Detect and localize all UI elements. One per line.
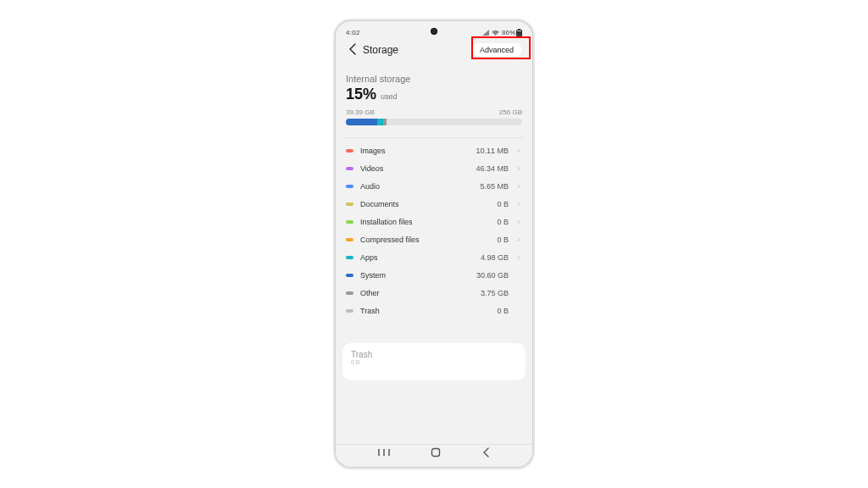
category-row: System30.60 GB›	[346, 266, 522, 284]
category-value: 0 B	[497, 218, 509, 226]
signal-icon	[482, 30, 489, 36]
usage-bar-seg-system	[346, 119, 377, 125]
home-button[interactable]	[431, 447, 441, 459]
category-label: Trash	[360, 307, 380, 315]
header-bar: Storage Advanced	[346, 38, 522, 62]
category-label: Images	[360, 147, 386, 155]
wifi-icon	[492, 30, 499, 36]
category-label: Compressed files	[360, 236, 420, 244]
recents-button[interactable]	[378, 448, 390, 458]
category-value: 30.60 GB	[476, 271, 509, 280]
category-value: 5.65 MB	[480, 182, 509, 191]
category-label: Audio	[360, 182, 380, 191]
category-value: 46.34 MB	[476, 164, 509, 173]
chevron-left-icon	[348, 43, 356, 55]
chevron-right-icon: ›	[515, 217, 522, 226]
chevron-right-icon: ›	[515, 252, 522, 262]
category-row[interactable]: Apps4.98 GB›	[346, 248, 522, 266]
chevron-right-icon: ›	[515, 199, 522, 208]
camera-cutout	[431, 28, 437, 35]
divider	[344, 137, 524, 138]
recents-icon	[378, 448, 390, 457]
category-label: Installation files	[360, 218, 413, 226]
category-color-dot	[346, 167, 353, 170]
category-row: Other3.75 GB›	[346, 284, 522, 302]
trash-card-subtitle: 0 B	[351, 359, 517, 365]
category-color-dot	[346, 185, 353, 188]
category-value: 0 B	[497, 236, 509, 244]
category-row: Trash0 B›	[346, 302, 522, 319]
trash-card[interactable]: Trash 0 B	[342, 343, 526, 380]
section-title: Internal storage	[346, 74, 522, 84]
category-row[interactable]: Videos46.34 MB›	[346, 159, 522, 177]
svg-rect-7	[432, 449, 440, 457]
category-row[interactable]: Audio5.65 MB›	[346, 177, 522, 195]
category-label: System	[360, 271, 386, 280]
advanced-button[interactable]: Advanced	[471, 43, 522, 57]
used-amount: 39.39 GB	[346, 108, 375, 116]
category-value: 0 B	[497, 307, 509, 315]
category-color-dot	[346, 238, 353, 241]
usage-bar	[346, 119, 522, 125]
category-row[interactable]: Installation files0 B›	[346, 213, 522, 230]
usage-label: used	[381, 92, 398, 101]
category-color-dot	[346, 291, 353, 295]
category-color-dot	[346, 220, 353, 224]
category-label: Other	[360, 289, 380, 297]
phone-frame: 4:02 86% Storage Advanced	[336, 21, 532, 467]
category-value: 4.98 GB	[481, 253, 509, 262]
trash-card-title: Trash	[351, 350, 517, 359]
nav-back-button[interactable]	[482, 447, 490, 459]
back-button[interactable]	[346, 43, 358, 57]
status-time: 4:02	[346, 29, 360, 36]
chevron-right-icon: ›	[515, 235, 522, 244]
chevron-right-icon: ›	[515, 164, 522, 173]
category-label: Apps	[360, 253, 378, 262]
category-label: Documents	[360, 200, 399, 208]
category-row[interactable]: Compressed files0 B›	[346, 230, 522, 248]
category-color-dot	[346, 202, 353, 206]
category-label: Videos	[360, 164, 383, 173]
usage-amount-row: 39.39 GB 256 GB	[346, 108, 522, 116]
usage-bar-seg-other	[383, 119, 387, 125]
total-amount: 256 GB	[499, 108, 522, 116]
category-color-dot	[346, 274, 353, 277]
svg-rect-1	[518, 29, 520, 30]
system-nav-bar	[336, 445, 532, 462]
battery-icon	[516, 29, 522, 36]
chevron-left-icon	[482, 447, 490, 458]
svg-rect-3	[517, 31, 521, 36]
home-icon	[431, 447, 441, 458]
battery-pct: 86%	[502, 29, 515, 36]
category-row[interactable]: Documents0 B›	[346, 195, 522, 213]
usage-percent-line: 15% used	[346, 86, 522, 103]
category-color-dot	[346, 256, 353, 259]
usage-percent: 15%	[346, 86, 376, 103]
category-color-dot	[346, 149, 353, 152]
chevron-right-icon: ›	[515, 181, 522, 191]
battery-indicator: 86%	[502, 29, 522, 36]
category-value: 3.75 GB	[481, 289, 509, 297]
chevron-right-icon: ›	[515, 146, 522, 155]
category-value: 10.11 MB	[476, 147, 509, 155]
category-row[interactable]: Images10.11 MB›	[346, 141, 522, 159]
page-title: Storage	[363, 44, 398, 56]
category-value: 0 B	[497, 200, 509, 208]
category-color-dot	[346, 309, 353, 313]
category-list: Images10.11 MB›Videos46.34 MB›Audio5.65 …	[346, 141, 522, 319]
